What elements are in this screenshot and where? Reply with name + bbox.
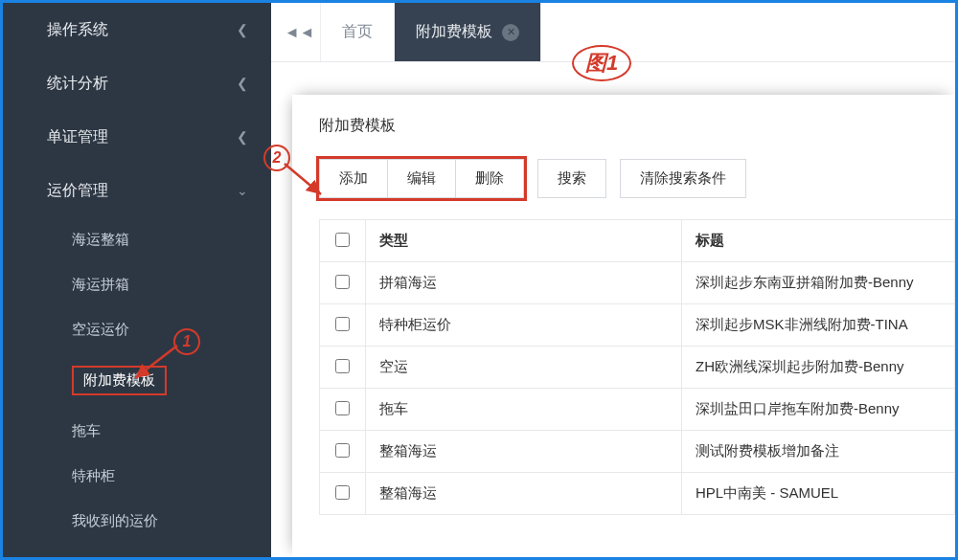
- data-table: 类型 标题 拼箱海运 深圳起步东南亚拼箱附加费-Benny 特种柜运价 深圳起步…: [319, 219, 955, 515]
- row-checkbox[interactable]: [335, 275, 350, 289]
- chevron-left-icon: ❮: [237, 22, 248, 37]
- sidebar-group-stats[interactable]: 统计分析 ❮: [3, 56, 271, 110]
- sidebar-group-docs[interactable]: 单证管理 ❮: [3, 110, 271, 164]
- row-checkbox[interactable]: [335, 359, 350, 373]
- cell-title: 深圳起步东南亚拼箱附加费-Benny: [682, 262, 955, 304]
- cell-type: 拼箱海运: [366, 262, 682, 304]
- row-checkbox[interactable]: [335, 317, 350, 331]
- delete-button[interactable]: 删除: [456, 160, 523, 197]
- main-area: ◄◄ 首页 附加费模板 ✕ 附加费模板 添加 编辑 删除 搜索 清除搜索条件: [271, 3, 955, 557]
- sidebar-item-surcharge-template[interactable]: 附加费模板: [3, 352, 271, 409]
- table-row[interactable]: 拖车 深圳盐田口岸拖车附加费-Benny: [320, 389, 955, 431]
- rewind-icon: ◄◄: [285, 24, 315, 41]
- tab-label: 附加费模板: [416, 22, 492, 42]
- search-button[interactable]: 搜索: [537, 159, 606, 198]
- content-panel: 附加费模板 添加 编辑 删除 搜索 清除搜索条件 类型 标题: [292, 95, 955, 557]
- annotation-badge-2: 2: [263, 145, 290, 171]
- chevron-down-icon: ⌄: [237, 183, 248, 198]
- chevron-left-icon: ❮: [237, 129, 248, 145]
- add-button[interactable]: 添加: [320, 160, 388, 197]
- panel-title: 附加费模板: [319, 116, 955, 136]
- annotation-label: 图1: [572, 45, 631, 81]
- annotation-fig1: 图1: [572, 45, 631, 81]
- sidebar-item-trailer[interactable]: 拖车: [3, 409, 271, 454]
- clear-search-button[interactable]: 清除搜索条件: [620, 159, 746, 198]
- cell-title: HPL中南美 - SAMUEL: [682, 473, 955, 515]
- table-row[interactable]: 拼箱海运 深圳起步东南亚拼箱附加费-Benny: [320, 262, 955, 304]
- tab-home[interactable]: 首页: [321, 3, 395, 61]
- tab-label: 首页: [342, 22, 373, 42]
- sidebar-group-label: 统计分析: [47, 74, 108, 94]
- header-type: 类型: [366, 220, 682, 262]
- table-row[interactable]: 空运 ZH欧洲线深圳起步附加费-Benny: [320, 347, 955, 389]
- tab-back-button[interactable]: ◄◄: [279, 3, 321, 61]
- table-row[interactable]: 整箱海运 测试附费模板增加备注: [320, 431, 955, 473]
- sidebar-group-label: 单证管理: [47, 127, 108, 147]
- edit-button[interactable]: 编辑: [388, 160, 456, 197]
- cell-type: 拖车: [366, 389, 682, 431]
- sidebar-group-label: 操作系统: [47, 20, 108, 40]
- sidebar-group-ops[interactable]: 操作系统 ❮: [3, 3, 271, 56]
- sidebar-item-received[interactable]: 我收到的运价: [3, 499, 271, 544]
- sidebar-item-fcl[interactable]: 海运整箱: [3, 217, 271, 262]
- table-row[interactable]: 整箱海运 HPL中南美 - SAMUEL: [320, 473, 955, 515]
- select-all-checkbox[interactable]: [335, 233, 350, 247]
- table-header-row: 类型 标题: [320, 220, 955, 262]
- crud-button-group: 添加 编辑 删除: [319, 159, 524, 198]
- close-icon[interactable]: ✕: [502, 24, 519, 41]
- header-title: 标题: [682, 220, 955, 262]
- chevron-left-icon: ❮: [237, 76, 248, 91]
- row-checkbox[interactable]: [335, 443, 350, 458]
- cell-type: 特种柜运价: [366, 304, 682, 347]
- annotation-badge-1: 1: [173, 328, 200, 355]
- cell-title: 深圳盐田口岸拖车附加费-Benny: [682, 389, 955, 431]
- toolbar: 添加 编辑 删除 搜索 清除搜索条件: [319, 159, 955, 198]
- sidebar: 操作系统 ❮ 统计分析 ❮ 单证管理 ❮ 运价管理 ⌄ 海运整箱 海运拼箱 空运…: [3, 3, 271, 557]
- row-checkbox[interactable]: [335, 485, 350, 500]
- sidebar-item-lcl[interactable]: 海运拼箱: [3, 262, 271, 307]
- header-checkbox-cell: [320, 220, 366, 262]
- table-row[interactable]: 特种柜运价 深圳起步MSK非洲线附加费-TINA: [320, 304, 955, 347]
- cell-title: 深圳起步MSK非洲线附加费-TINA: [682, 304, 955, 347]
- app-frame: 操作系统 ❮ 统计分析 ❮ 单证管理 ❮ 运价管理 ⌄ 海运整箱 海运拼箱 空运…: [0, 0, 958, 560]
- cell-title: ZH欧洲线深圳起步附加费-Benny: [682, 347, 955, 389]
- cell-type: 整箱海运: [366, 431, 682, 473]
- sidebar-group-freight[interactable]: 运价管理 ⌄: [3, 164, 271, 217]
- sidebar-group-label: 运价管理: [47, 181, 108, 201]
- row-checkbox[interactable]: [335, 401, 350, 415]
- tab-surcharge-template[interactable]: 附加费模板 ✕: [395, 3, 541, 61]
- cell-type: 空运: [366, 347, 682, 389]
- sidebar-item-air[interactable]: 空运运价: [3, 307, 271, 352]
- sidebar-item-sent[interactable]: 我发送的运价: [3, 544, 271, 560]
- cell-title: 测试附费模板增加备注: [682, 431, 955, 473]
- sidebar-item-special[interactable]: 特种柜: [3, 454, 271, 499]
- cell-type: 整箱海运: [366, 473, 682, 515]
